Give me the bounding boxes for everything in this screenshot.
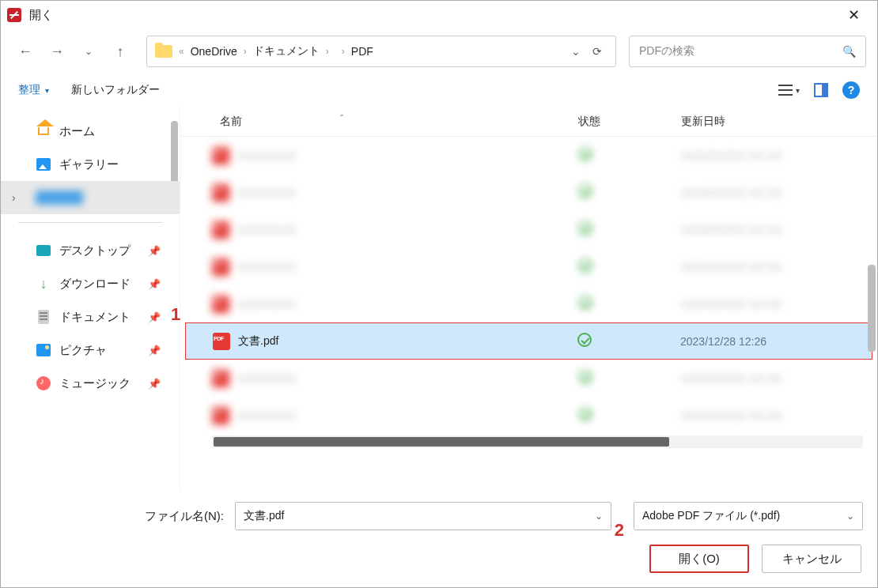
annotation-marker-2: 2 xyxy=(615,520,624,541)
home-icon xyxy=(38,127,49,135)
col-name[interactable]: 名前⌃ xyxy=(180,115,578,129)
nav-row: ← → ⌄ ↑ « OneDrive › ドキュメント › › PDF ⌄ ⟳ … xyxy=(1,29,877,74)
sidebar-item-downloads[interactable]: ↓ ダウンロード 📌 xyxy=(1,267,180,300)
pin-icon: 📌 xyxy=(148,278,161,290)
crumb-pdf[interactable]: PDF xyxy=(351,45,373,58)
view-mode-button[interactable]: ▾ xyxy=(778,85,800,96)
filename-value: 文書.pdf xyxy=(244,509,284,523)
recent-dropdown[interactable]: ⌄ xyxy=(75,38,102,65)
pin-icon: 📌 xyxy=(148,245,161,257)
close-button[interactable]: ✕ xyxy=(836,1,871,29)
redacted-item xyxy=(36,190,83,205)
synced-icon xyxy=(578,147,592,161)
sidebar-item-label: ギャラリー xyxy=(59,157,119,172)
chevron-down-icon: ⌄ xyxy=(846,511,854,522)
pin-icon: 📌 xyxy=(148,345,161,356)
pictures-icon xyxy=(36,344,51,356)
sidebar: ホーム ギャラリー デスクトップ 📌 ↓ ダウンロード 📌 xyxy=(1,107,180,491)
chevron-icon: « xyxy=(179,46,184,57)
file-row[interactable]: XXXXXXXX XXXX/XX/XX XX:XX xyxy=(180,285,877,322)
open-file-dialog: 開く ✕ ← → ⌄ ↑ « OneDrive › ドキュメント › › PDF… xyxy=(0,0,878,588)
address-dropdown[interactable]: ⌄ xyxy=(571,45,581,58)
sidebar-item-label: デスクトップ xyxy=(59,243,131,258)
file-row[interactable]: XXXXXXXX XXXX/XX/XX XX:XX xyxy=(180,174,877,211)
sidebar-item-pictures[interactable]: ピクチャ 📌 xyxy=(1,334,180,367)
pdf-icon xyxy=(212,296,229,313)
crumb-root[interactable]: OneDrive xyxy=(191,45,237,58)
file-type-filter[interactable]: Adobe PDF ファイル (*.pdf) ⌄ xyxy=(634,502,863,530)
cancel-button[interactable]: キャンセル xyxy=(762,545,861,573)
synced-icon xyxy=(578,184,592,198)
up-button[interactable]: ↑ xyxy=(107,38,134,65)
sidebar-item-gallery[interactable]: ギャラリー xyxy=(1,148,180,181)
file-list: XXXXXXXX XXXX/XX/XX XX:XX XXXXXXXX XXXX/… xyxy=(180,137,877,491)
titlebar: 開く ✕ xyxy=(1,1,877,29)
col-state[interactable]: 状態 xyxy=(578,115,681,129)
file-row[interactable]: XXXXXXXX XXXX/XX/XX XX:XX xyxy=(180,137,877,174)
annotation-marker-1: 1 xyxy=(171,304,180,325)
open-button[interactable]: 開く(O) xyxy=(649,545,749,573)
search-input[interactable]: PDFの検索 🔍 xyxy=(629,36,866,67)
sidebar-item-label: ミュージック xyxy=(59,376,131,391)
synced-icon xyxy=(578,370,592,384)
chevron-icon: › xyxy=(342,46,345,57)
vertical-scrollbar[interactable] xyxy=(868,265,876,352)
file-date: 2023/12/28 12:26 xyxy=(680,335,862,348)
sidebar-item-documents[interactable]: ドキュメント 📌 xyxy=(1,300,180,334)
sidebar-separator xyxy=(18,222,162,223)
dialog-body: ホーム ギャラリー デスクトップ 📌 ↓ ダウンロード 📌 xyxy=(1,107,877,491)
synced-icon xyxy=(578,258,592,273)
sidebar-item-label: ドキュメント xyxy=(59,310,131,325)
sidebar-item-selected[interactable] xyxy=(1,181,180,214)
file-row[interactable]: XXXXXXXX XXXX/XX/XX XX:XX xyxy=(180,397,877,434)
sidebar-item-home[interactable]: ホーム xyxy=(1,115,180,148)
forward-button[interactable]: → xyxy=(44,38,70,65)
synced-icon xyxy=(578,221,592,236)
file-row[interactable]: XXXXXXXX XXXX/XX/XX XX:XX xyxy=(180,360,877,397)
address-bar[interactable]: « OneDrive › ドキュメント › › PDF ⌄ ⟳ xyxy=(146,36,616,67)
filter-label: Adobe PDF ファイル (*.pdf) xyxy=(642,509,780,523)
pdf-icon xyxy=(212,184,229,202)
pdf-icon xyxy=(212,221,229,239)
file-pane: 1 名前⌃ 状態 更新日時 XXXXXXXX XXXX/XX/XX XX:XX … xyxy=(180,107,877,491)
synced-icon xyxy=(578,407,592,421)
filename-label: ファイル名(N): xyxy=(15,509,229,524)
pin-icon: 📌 xyxy=(148,311,161,323)
search-icon: 🔍 xyxy=(842,45,856,58)
pdf-icon xyxy=(212,258,229,276)
chevron-icon: › xyxy=(326,46,329,57)
pdf-icon xyxy=(212,407,229,424)
sidebar-item-desktop[interactable]: デスクトップ 📌 xyxy=(1,234,180,267)
col-date[interactable]: 更新日時 xyxy=(681,115,863,129)
column-headers: 名前⌃ 状態 更新日時 xyxy=(180,107,877,137)
folder-icon xyxy=(155,45,172,58)
chevron-icon: › xyxy=(244,46,247,57)
crumb-documents[interactable]: ドキュメント xyxy=(253,44,320,58)
pdf-icon xyxy=(212,370,229,387)
sidebar-item-music[interactable]: ミュージック 📌 xyxy=(1,367,180,400)
toolbar: 整理 ▾ 新しいフォルダー ▾ ? xyxy=(1,74,877,107)
music-icon xyxy=(36,376,51,390)
refresh-button[interactable]: ⟳ xyxy=(587,45,607,58)
synced-icon xyxy=(578,296,592,310)
synced-icon xyxy=(577,333,592,347)
file-row[interactable]: XXXXXXXX XXXX/XX/XX XX:XX xyxy=(180,211,877,248)
file-row-selected[interactable]: 文書.pdf 2023/12/28 12:26 xyxy=(185,322,872,360)
sidebar-item-label: ダウンロード xyxy=(59,277,131,292)
horizontal-scrollbar[interactable] xyxy=(212,435,863,448)
dialog-title: 開く xyxy=(29,8,53,23)
preview-pane-button[interactable] xyxy=(814,83,828,97)
new-folder-button[interactable]: 新しいフォルダー xyxy=(71,83,160,97)
gallery-icon xyxy=(36,158,51,171)
pin-icon: 📌 xyxy=(148,378,161,390)
pdf-icon xyxy=(212,147,229,164)
help-button[interactable]: ? xyxy=(842,81,860,99)
pdf-icon xyxy=(213,333,230,350)
app-icon xyxy=(7,8,21,22)
back-button[interactable]: ← xyxy=(12,38,39,65)
file-row[interactable]: XXXXXXXX XXXX/XX/XX XX:XX xyxy=(180,248,877,285)
organize-menu[interactable]: 整理 ▾ xyxy=(18,83,49,97)
download-icon: ↓ xyxy=(36,276,51,292)
filename-input[interactable]: 文書.pdf ⌄ xyxy=(235,502,611,530)
desktop-icon xyxy=(36,245,51,256)
